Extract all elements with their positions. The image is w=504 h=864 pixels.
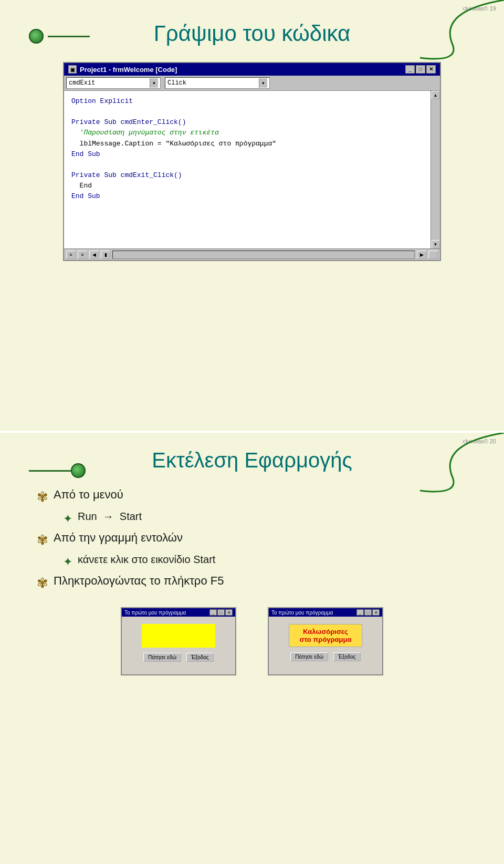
mini-win-2-title: Το πρώτο μου πρόγραμμα (271, 610, 333, 616)
vb-object-combo[interactable]: cmdExit ▼ (66, 77, 161, 89)
vb-toolbar: cmdExit ▼ Click ▼ (64, 76, 440, 91)
bullet-list: ✾ Από το μενού ✦ Run → Start ✾ Από την γ… (37, 488, 478, 591)
vb-scroll-track (432, 99, 440, 240)
vb-hscrollbar[interactable] (112, 251, 415, 259)
bullet-star-3: ✾ (37, 575, 48, 591)
bullet-text-1: Από το μενού (54, 488, 123, 502)
code-line-2: Private Sub cmdEnter_Click() (71, 117, 423, 128)
mini-win-1-min[interactable]: _ (209, 609, 217, 616)
mini-win-1-close[interactable]: ✕ (225, 609, 233, 616)
mini-windows-row: Το πρώτο μου πρόγραμμα _ □ ✕ Πάτησε εδώ … (26, 607, 478, 675)
mini-win-2-btn2[interactable]: Έξοδος (333, 652, 361, 661)
mini-win-1-controls: _ □ ✕ (209, 609, 233, 616)
vb-status-btn1[interactable]: ≡ (66, 251, 76, 259)
deco-line (48, 36, 90, 37)
vb-object-combo-arrow[interactable]: ▼ (150, 78, 158, 88)
bullet-text-2: Από την γραμμή εντολών (54, 531, 183, 545)
vb-status-btn4[interactable]: ▮ (101, 251, 110, 259)
vb-maximize-btn[interactable]: □ (416, 65, 425, 74)
vb-app-icon: ▣ (68, 65, 77, 74)
mini-win-1-max[interactable]: □ (217, 609, 225, 616)
mini-win-1-title: Το πρώτο μου πρόγραμμα (124, 610, 186, 616)
mini-win-2-titlebar: Το πρώτο μου πρόγραμμα _ □ ✕ (269, 608, 382, 617)
mini-win-1-btn2[interactable]: Έξοδος (186, 653, 214, 662)
vb-code-area: Option Explicit Private Sub cmdEnter_Cli… (64, 91, 430, 248)
green-circle-deco (29, 29, 44, 44)
vb-scroll-corner (428, 251, 438, 259)
vb-code-window: ▣ Project1 - frmWelcome [Code] _ □ ✕ cmd… (63, 62, 441, 261)
slide-2: ckoullas© 20 Εκτέλεση Εφαρμογής ✾ Από το… (0, 433, 504, 864)
mini-win-2-body: Καλωσόρισεςστο πρόγραμμα Πάτησε εδώ Έξοδ… (269, 617, 382, 674)
code-line-5: End Sub (71, 149, 423, 160)
code-line-1: Option Explicit (71, 96, 423, 107)
deco-header (29, 29, 90, 44)
vb-code-container: Option Explicit Private Sub cmdEnter_Cli… (64, 91, 440, 248)
mini-win-2-label: Καλωσόρισεςστο πρόγραμμα (289, 624, 362, 647)
vb-close-btn[interactable]: ✕ (426, 65, 436, 74)
vb-scroll-up[interactable]: ▲ (432, 91, 440, 99)
bullet-green-2: ✦ (63, 555, 72, 569)
vb-proc-combo-arrow[interactable]: ▼ (259, 78, 267, 88)
vb-object-combo-value: cmdExit (69, 79, 95, 87)
bullet-2: ✾ Από την γραμμή εντολών (37, 531, 478, 548)
bullet-star-2: ✾ (37, 532, 48, 548)
curve-deco-2 (346, 433, 504, 496)
bullet-text-1-1: Run → Start (78, 511, 142, 523)
bullet-text-3: Πληκτρολογώντας το πλήκτρο F5 (54, 574, 224, 588)
bullet-star-1: ✾ (37, 489, 48, 505)
bullet-text-2-1: κάνετε κλικ στο εικονίδιο Start (78, 554, 215, 566)
mini-win-2-close[interactable]: ✕ (372, 609, 380, 616)
deco-line-2 (29, 470, 71, 472)
vb-scroll-down[interactable]: ▼ (432, 240, 440, 248)
vb-minimize-btn[interactable]: _ (405, 65, 415, 74)
mini-win-2-btn1[interactable]: Πάτησε εδώ (290, 652, 328, 661)
vb-status-btn5[interactable]: ▶ (417, 251, 426, 259)
green-circle-deco-2 (71, 463, 86, 478)
code-line-blank2 (71, 160, 423, 170)
mini-win-2-min[interactable]: _ (356, 609, 364, 616)
bullet-1-1: ✦ Run → Start (63, 511, 478, 526)
deco-header-2 (29, 463, 90, 478)
vb-window-title: Project1 - frmWelcome [Code] (80, 66, 177, 74)
code-line-8: End Sub (71, 191, 423, 202)
vb-titlebar-left: ▣ Project1 - frmWelcome [Code] (68, 65, 177, 74)
mini-win-2: Το πρώτο μου πρόγραμμα _ □ ✕ Καλωσόρισες… (268, 607, 383, 675)
slide-1: ckoullas© 19 Γράψιμο του κώδικα ▣ Projec… (0, 0, 504, 431)
slide1-page-info: ckoullas© 19 (463, 5, 496, 12)
vb-window-controls: _ □ ✕ (405, 65, 436, 74)
mini-win-1-btn1[interactable]: Πάτησε εδώ (143, 653, 181, 662)
mini-win-1: Το πρώτο μου πρόγραμμα _ □ ✕ Πάτησε εδώ … (121, 607, 236, 675)
code-line-6: Private Sub cmdExit_Click() (71, 170, 423, 181)
slide1-watermark: ckoullas© (463, 5, 488, 12)
vb-proc-combo-value: Click (167, 79, 186, 87)
vb-vscrollbar[interactable]: ▲ ▼ (430, 91, 440, 248)
code-line-7: End (71, 181, 423, 191)
slide1-page-num: 19 (490, 5, 496, 12)
bullet-2-1: ✦ κάνετε κλικ στο εικονίδιο Start (63, 554, 478, 569)
code-line-4: lblMessage.Caption = "Καλωσόρισες στο πρ… (71, 139, 423, 149)
mini-win-1-titlebar: Το πρώτο μου πρόγραμμα _ □ ✕ (122, 608, 235, 617)
code-line-3: 'Παρουσίαση μηνύματος στην ετικέτα (71, 128, 423, 138)
mini-win-1-buttons: Πάτησε εδώ Έξοδος (143, 653, 213, 662)
mini-win-2-max[interactable]: □ (364, 609, 372, 616)
arrow-1: → (103, 511, 113, 523)
vb-statusbar: ≡ ≡ ◀ ▮ ▶ (64, 248, 440, 260)
vb-proc-combo[interactable]: Click ▼ (165, 77, 270, 89)
code-line-blank1 (71, 107, 423, 117)
mini-win-2-buttons: Πάτησε εδώ Έξοδος (290, 652, 360, 661)
bullet-3: ✾ Πληκτρολογώντας το πλήκτρο F5 (37, 574, 478, 591)
slide1-title: Γράψιμο του κώδικα (21, 16, 483, 46)
vb-titlebar: ▣ Project1 - frmWelcome [Code] _ □ ✕ (64, 63, 440, 76)
bullet-green-1: ✦ (63, 512, 72, 526)
mini-win-2-controls: _ □ ✕ (356, 609, 380, 616)
vb-status-btn3[interactable]: ◀ (89, 251, 99, 259)
mini-win-1-label (142, 624, 215, 648)
vb-status-btn2[interactable]: ≡ (78, 251, 87, 259)
mini-win-1-body: Πάτησε εδώ Έξοδος (122, 617, 235, 674)
